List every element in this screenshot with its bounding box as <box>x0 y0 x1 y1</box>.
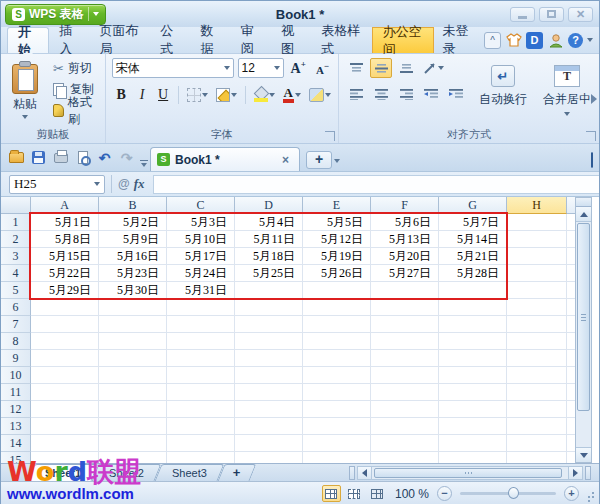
page-layout-view-button[interactable] <box>345 485 364 502</box>
cell-A8[interactable] <box>31 333 99 350</box>
cell-A7[interactable] <box>31 316 99 333</box>
row-header-15[interactable]: 15 <box>1 452 31 463</box>
cell-C1[interactable]: 5月3日 <box>167 214 235 231</box>
cell-F8[interactable] <box>371 333 439 350</box>
horizontal-scroll-thumb[interactable] <box>374 468 562 478</box>
menu-tab-insert[interactable]: 插入 <box>49 27 89 53</box>
cell-D2[interactable]: 5月11日 <box>235 231 303 248</box>
cell-F15[interactable] <box>371 452 439 463</box>
column-header-H[interactable]: H <box>507 197 567 214</box>
cell-C5[interactable]: 5月31日 <box>167 282 235 299</box>
cell-G7[interactable] <box>439 316 507 333</box>
font-color-dropdown-icon[interactable] <box>295 93 301 97</box>
menu-tab-table-style[interactable]: 表格样式 <box>311 27 372 53</box>
add-sheet-button[interactable]: + <box>221 464 253 481</box>
cut-button[interactable]: ✂ 剪切 <box>49 58 101 79</box>
new-document-button[interactable]: + <box>306 151 332 169</box>
name-box[interactable]: H25 <box>9 175 105 194</box>
row-header-12[interactable]: 12 <box>1 401 31 418</box>
row-header-3[interactable]: 3 <box>1 248 31 265</box>
wps-app-menu-button[interactable]: S WPS 表格 <box>5 4 106 25</box>
zoom-slider-thumb[interactable] <box>508 487 519 499</box>
cell-G6[interactable] <box>439 299 507 316</box>
cell-G14[interactable] <box>439 435 507 452</box>
font-family-combobox[interactable]: 宋体 <box>112 58 234 78</box>
cell-G2[interactable]: 5月14日 <box>439 231 507 248</box>
save-button[interactable] <box>29 148 48 167</box>
align-middle-button[interactable] <box>370 58 392 78</box>
cell-C4[interactable]: 5月24日 <box>167 265 235 282</box>
zoom-in-button[interactable]: + <box>564 486 579 501</box>
cell-C8[interactable] <box>167 333 235 350</box>
menu-tab-office-space[interactable]: 办公空间 <box>372 27 435 53</box>
page-break-view-button[interactable] <box>368 485 387 502</box>
decrease-font-size-button[interactable]: A− <box>313 61 332 76</box>
align-left-button[interactable] <box>345 84 367 104</box>
fill-color-button[interactable] <box>251 85 278 105</box>
close-button[interactable]: ✕ <box>568 7 593 22</box>
cell-B14[interactable] <box>99 435 167 452</box>
cell-A6[interactable] <box>31 299 99 316</box>
print-button[interactable] <box>51 148 70 167</box>
font-color-button[interactable]: A <box>280 85 304 105</box>
cell-C12[interactable] <box>167 401 235 418</box>
cell-G13[interactable] <box>439 418 507 435</box>
column-header-G[interactable]: G <box>439 197 507 214</box>
cell-C3[interactable]: 5月17日 <box>167 248 235 265</box>
horizontal-split-handle[interactable] <box>585 466 591 480</box>
cell-B2[interactable]: 5月9日 <box>99 231 167 248</box>
borders-button[interactable] <box>184 85 211 105</box>
cell-C7[interactable] <box>167 316 235 333</box>
cell-A5[interactable]: 5月29日 <box>31 282 99 299</box>
document-tab-active[interactable]: S Book1 * × <box>150 147 300 171</box>
font-size-combobox[interactable]: 12 <box>238 58 284 78</box>
cell-D15[interactable] <box>235 452 303 463</box>
cell-G4[interactable]: 5月28日 <box>439 265 507 282</box>
cell-A12[interactable] <box>31 401 99 418</box>
cell-G1[interactable]: 5月7日 <box>439 214 507 231</box>
maximize-button[interactable] <box>539 7 564 22</box>
text-effects-dropdown-icon[interactable] <box>325 93 331 97</box>
tab-split-handle[interactable] <box>349 466 355 480</box>
cell-A4[interactable]: 5月22日 <box>31 265 99 282</box>
font-dialog-launcher[interactable] <box>325 131 335 141</box>
cell-D4[interactable]: 5月25日 <box>235 265 303 282</box>
borders-dropdown-icon[interactable] <box>202 93 208 97</box>
scroll-up-button[interactable] <box>576 207 591 222</box>
cell-H5[interactable] <box>507 282 567 299</box>
cell-B12[interactable] <box>99 401 167 418</box>
cell-D8[interactable] <box>235 333 303 350</box>
cell-F5[interactable] <box>371 282 439 299</box>
merge-center-dropdown-icon[interactable] <box>564 112 570 116</box>
row-header-13[interactable]: 13 <box>1 418 31 435</box>
cell-F7[interactable] <box>371 316 439 333</box>
row-header-11[interactable]: 11 <box>1 384 31 401</box>
row-header-5[interactable]: 5 <box>1 282 31 299</box>
cell-H10[interactable] <box>507 367 567 384</box>
menu-tab-home[interactable]: 开始 <box>7 27 49 53</box>
font-size-dropdown-icon[interactable] <box>274 66 280 70</box>
row-header-4[interactable]: 4 <box>1 265 31 282</box>
column-header-E[interactable]: E <box>303 197 371 214</box>
cell-C9[interactable] <box>167 350 235 367</box>
cell-B5[interactable]: 5月30日 <box>99 282 167 299</box>
sheet-tab-sheet1[interactable]: Sheet1 <box>31 464 95 481</box>
row-header-14[interactable]: 14 <box>1 435 31 452</box>
cell-B4[interactable]: 5月23日 <box>99 265 167 282</box>
format-painter-button[interactable]: 格式刷 <box>49 100 101 121</box>
align-bottom-button[interactable] <box>395 58 417 78</box>
cell-E12[interactable] <box>303 401 371 418</box>
wrap-text-button[interactable]: ↵ 自动换行 <box>475 58 531 122</box>
orientation-button[interactable] <box>420 58 448 78</box>
cell-G11[interactable] <box>439 384 507 401</box>
cell-D11[interactable] <box>235 384 303 401</box>
cell-A3[interactable]: 5月15日 <box>31 248 99 265</box>
paste-button[interactable]: 粘贴 <box>7 58 43 124</box>
scroll-down-button[interactable] <box>576 447 591 462</box>
cell-H3[interactable] <box>507 248 567 265</box>
normal-view-button[interactable] <box>322 485 341 502</box>
column-header-A[interactable]: A <box>31 197 99 214</box>
login-status[interactable]: 未登录 <box>434 27 484 53</box>
merge-center-button[interactable]: T 合并居中 <box>539 58 595 122</box>
resize-grip[interactable] <box>585 489 595 499</box>
